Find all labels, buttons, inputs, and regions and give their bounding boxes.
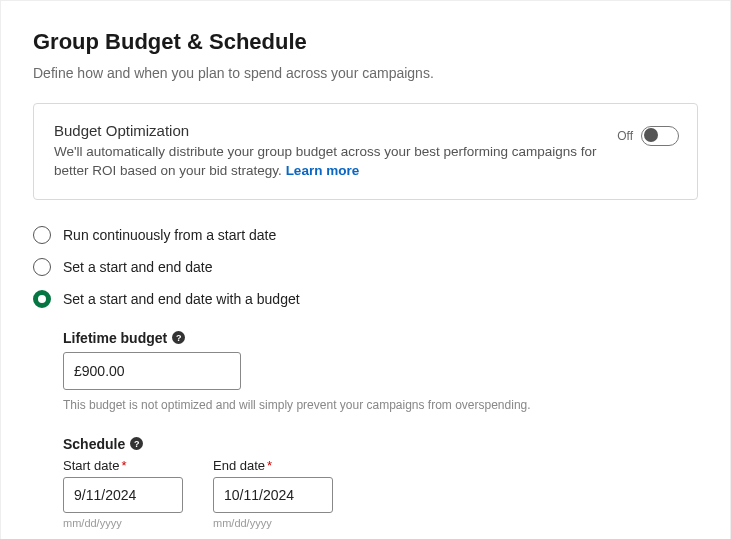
radio-label: Set a start and end date	[63, 259, 212, 275]
help-icon[interactable]: ?	[130, 437, 143, 450]
budget-schedule-section: Lifetime budget ? This budget is not opt…	[63, 330, 698, 529]
lifetime-budget-input[interactable]	[63, 352, 241, 390]
radio-start-end-date-budget[interactable]: Set a start and end date with a budget	[33, 290, 698, 308]
radio-start-end-date[interactable]: Set a start and end date	[33, 258, 698, 276]
start-date-label: Start date*	[63, 458, 183, 473]
budget-schedule-panel: Group Budget & Schedule Define how and w…	[0, 0, 731, 539]
start-date-input[interactable]	[63, 477, 183, 513]
page-title: Group Budget & Schedule	[33, 29, 698, 55]
toggle-container: Off	[617, 126, 679, 146]
label-text: Schedule	[63, 436, 125, 452]
budget-optimization-card: Budget Optimization We'll automatically …	[33, 103, 698, 200]
start-date-column: Start date* mm/dd/yyyy	[63, 458, 183, 529]
radio-label: Run continuously from a start date	[63, 227, 276, 243]
end-date-format-hint: mm/dd/yyyy	[213, 517, 333, 529]
lifetime-budget-label: Lifetime budget ?	[63, 330, 698, 346]
learn-more-link[interactable]: Learn more	[286, 163, 360, 178]
budget-optimization-toggle[interactable]	[641, 126, 679, 146]
radio-icon	[33, 226, 51, 244]
label-text: Start date	[63, 458, 119, 473]
required-asterisk: *	[121, 458, 126, 473]
radio-icon-selected	[33, 290, 51, 308]
label-text: End date	[213, 458, 265, 473]
budget-helper-text: This budget is not optimized and will si…	[63, 398, 698, 412]
radio-run-continuously[interactable]: Run continuously from a start date	[33, 226, 698, 244]
schedule-radio-group: Run continuously from a start date Set a…	[33, 226, 698, 308]
end-date-column: End date* mm/dd/yyyy	[213, 458, 333, 529]
date-row: Start date* mm/dd/yyyy End date* mm/dd/y…	[63, 458, 698, 529]
help-icon[interactable]: ?	[172, 331, 185, 344]
end-date-label: End date*	[213, 458, 333, 473]
radio-icon	[33, 258, 51, 276]
toggle-state-label: Off	[617, 129, 633, 143]
card-description: We'll automatically distribute your grou…	[54, 143, 604, 181]
radio-label: Set a start and end date with a budget	[63, 291, 300, 307]
end-date-input[interactable]	[213, 477, 333, 513]
card-title: Budget Optimization	[54, 122, 677, 139]
toggle-knob	[644, 128, 658, 142]
required-asterisk: *	[267, 458, 272, 473]
label-text: Lifetime budget	[63, 330, 167, 346]
schedule-label: Schedule ?	[63, 436, 698, 452]
page-subtitle: Define how and when you plan to spend ac…	[33, 65, 698, 81]
start-date-format-hint: mm/dd/yyyy	[63, 517, 183, 529]
